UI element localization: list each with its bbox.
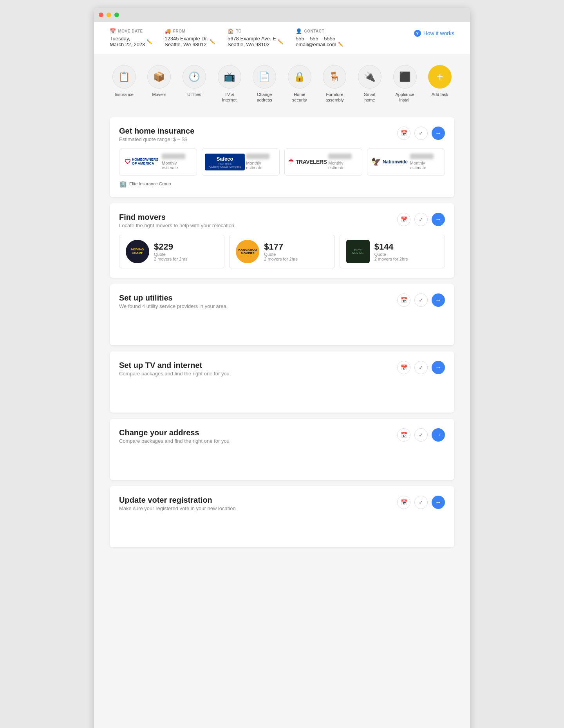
change-address-card-subtitle: Compare packages and find the right one …: [119, 438, 230, 444]
task-icon-utilities[interactable]: 🕐 Utilities: [180, 65, 209, 97]
how-it-works-icon: ?: [414, 30, 421, 37]
homeowners-monthly-label: Monthly estimate: [162, 161, 190, 170]
insurance-calendar-button[interactable]: 📅: [397, 127, 410, 140]
insurance-check-button[interactable]: ✓: [414, 127, 428, 140]
change-address-arrow-button[interactable]: →: [432, 428, 445, 442]
movers-check-button[interactable]: ✓: [414, 213, 428, 226]
kangaroo-logo: KANGAROOMOVERS: [236, 240, 259, 263]
tv-arrow-button[interactable]: →: [432, 361, 445, 374]
close-btn[interactable]: [99, 13, 103, 17]
task-icon-home-security[interactable]: 🔒 Homesecurity: [285, 65, 314, 103]
insurance-provider-nationwide[interactable]: 🦅 Nationwide Monthly estimate: [367, 148, 445, 176]
appliance-icon-circle: ⬛: [393, 65, 417, 89]
movers-arrow-button[interactable]: →: [432, 213, 445, 226]
third-mover-price: $144: [374, 242, 408, 252]
insurance-arrow-button[interactable]: →: [432, 127, 445, 140]
travelers-umbrella-icon: ☂: [288, 158, 294, 166]
travelers-monthly-label: Monthly estimate: [328, 161, 356, 170]
voter-registration-card-subtitle: Make sure your registered vote in your n…: [119, 505, 236, 511]
nationwide-price-blur: [410, 154, 434, 159]
mover-providers-list: MOVINGCHAMP $229 Quote 2 movers for 2hrs…: [119, 235, 445, 268]
tv-internet-card: Set up TV and internet Compare packages …: [110, 351, 454, 413]
contact-edit-icon[interactable]: ✏️: [338, 42, 343, 47]
moving-champ-logo: MOVINGCHAMP: [126, 240, 149, 263]
homeowners-info: Monthly estimate: [162, 154, 190, 170]
mover-kangaroo[interactable]: KANGAROOMOVERS $177 Quote 2 movers for 2…: [229, 235, 334, 268]
header: 📅 MOVE DATE Tuesday,March 22, 2023 ✏️ 🚚 …: [94, 22, 470, 54]
change-address-card: Change your address Compare packages and…: [110, 419, 454, 480]
voter-registration-card-text: Update voter registration Make sure your…: [119, 496, 236, 511]
move-date-value: Tuesday,March 22, 2023 ✏️: [110, 36, 152, 47]
elite-insurance-row: 🏢 Elite Insurance Group: [119, 180, 445, 188]
furniture-icon-label: Furnitureassembly: [325, 92, 343, 103]
tv-internet-card-text: Set up TV and internet Compare packages …: [119, 361, 230, 377]
utilities-calendar-button[interactable]: 📅: [397, 293, 410, 307]
tv-calendar-button[interactable]: 📅: [397, 361, 410, 374]
mover-third[interactable]: ELITEMOVING $144 Quote 2 movers for 2hrs: [340, 235, 445, 268]
voter-arrow-button[interactable]: →: [432, 496, 445, 509]
minimize-btn[interactable]: [107, 13, 111, 17]
task-icon-change-address[interactable]: 📄 Changeaddress: [250, 65, 279, 103]
from-edit-icon[interactable]: ✏️: [210, 39, 215, 44]
change-address-calendar-button[interactable]: 📅: [397, 428, 410, 442]
insurance-providers-list: 🛡 HOMEOWNERSOF AMERICA Monthly estimate: [119, 148, 445, 176]
how-it-works-link[interactable]: ? How it works: [414, 28, 454, 37]
utilities-check-button[interactable]: ✓: [414, 293, 428, 307]
utilities-arrow-button[interactable]: →: [432, 293, 445, 307]
movers-card-subtitle: Locate the right movers to help with you…: [119, 223, 236, 228]
voter-check-button[interactable]: ✓: [414, 496, 428, 509]
moving-champ-detail: 2 movers for 2hrs: [154, 257, 188, 261]
movers-calendar-button[interactable]: 📅: [397, 213, 410, 226]
task-icon-appliance-install[interactable]: ⬛ Applianceinstall: [390, 65, 419, 103]
change-address-icon-circle: 📄: [253, 65, 276, 89]
moving-champ-price: $229: [154, 242, 188, 252]
move-date-label: 📅 MOVE DATE: [110, 28, 152, 34]
home-icon: 🏠: [228, 28, 234, 34]
third-mover-info: $144 Quote 2 movers for 2hrs: [374, 242, 408, 261]
change-address-icon-label: Changeaddress: [257, 92, 272, 103]
insurance-card-actions: 📅 ✓ →: [397, 127, 445, 140]
voter-calendar-button[interactable]: 📅: [397, 496, 410, 509]
task-icon-movers[interactable]: 📦 Movers: [145, 65, 174, 97]
tv-icon-label: TV &internet: [222, 92, 237, 103]
to-edit-icon[interactable]: ✏️: [278, 39, 283, 44]
task-icon-insurance[interactable]: 📋 Insurance: [110, 65, 139, 97]
to-field: 🏠 TO 5678 Example Ave. ESeattle, WA 9810…: [228, 28, 283, 47]
elite-icon: 🏢: [119, 180, 127, 188]
movers-card-text: Find movers Locate the right movers to h…: [119, 213, 236, 228]
task-icon-add-task[interactable]: + Add task: [425, 65, 454, 97]
insurance-provider-homeowners[interactable]: 🛡 HOMEOWNERSOF AMERICA Monthly estimate: [119, 148, 197, 176]
safeco-monthly-label: Monthly estimate: [246, 161, 273, 170]
home-security-icon-circle: 🔒: [288, 65, 311, 89]
insurance-icon-circle: 📋: [112, 65, 136, 89]
elite-label: Elite Insurance Group: [129, 181, 171, 186]
task-icon-tv-internet[interactable]: 📺 TV &internet: [215, 65, 244, 103]
tv-internet-card-title: Set up TV and internet: [119, 361, 230, 370]
travelers-logo: ☂ TRAVELERS: [291, 158, 324, 166]
move-date-field: 📅 MOVE DATE Tuesday,March 22, 2023 ✏️: [110, 28, 152, 47]
tv-check-button[interactable]: ✓: [414, 361, 428, 374]
contact-phone-value: 555 – 555 – 5555: [296, 36, 343, 42]
voter-registration-card-header: Update voter registration Make sure your…: [119, 496, 445, 511]
voter-registration-card: Update voter registration Make sure your…: [110, 486, 454, 547]
insurance-card-text: Get home insurance Estimated quote range…: [119, 127, 194, 142]
insurance-provider-travelers[interactable]: ☂ TRAVELERS Monthly estimate: [284, 148, 362, 176]
move-date-edit-icon[interactable]: ✏️: [146, 39, 152, 44]
safeco-logo: Safeco Insurance. A Liberty Mutual Compa…: [208, 154, 241, 170]
maximize-btn[interactable]: [114, 13, 119, 17]
utilities-card-text: Set up utilities We found 4 utility serv…: [119, 293, 228, 309]
insurance-provider-safeco[interactable]: Safeco Insurance. A Liberty Mutual Compa…: [202, 148, 280, 176]
utilities-icon-label: Utilities: [187, 92, 201, 97]
movers-card-actions: 📅 ✓ →: [397, 213, 445, 226]
from-label: 🚚 FROM: [164, 28, 215, 34]
contact-email-value: email@email.com ✏️: [296, 42, 343, 47]
furniture-icon-circle: 🪑: [323, 65, 346, 89]
change-address-check-button[interactable]: ✓: [414, 428, 428, 442]
task-icon-furniture-assembly[interactable]: 🪑 Furnitureassembly: [320, 65, 349, 103]
task-icon-smart-home[interactable]: 🔌 Smarthome: [355, 65, 384, 103]
travelers-price-blur: [328, 154, 352, 159]
mover-moving-champ[interactable]: MOVINGCHAMP $229 Quote 2 movers for 2hrs: [119, 235, 224, 268]
task-icons-row: 📋 Insurance 📦 Movers 🕐 Utilities 📺 TV &i…: [110, 65, 454, 103]
homeowners-shield-icon: 🛡: [125, 158, 131, 165]
movers-icon-circle: 📦: [147, 65, 171, 89]
